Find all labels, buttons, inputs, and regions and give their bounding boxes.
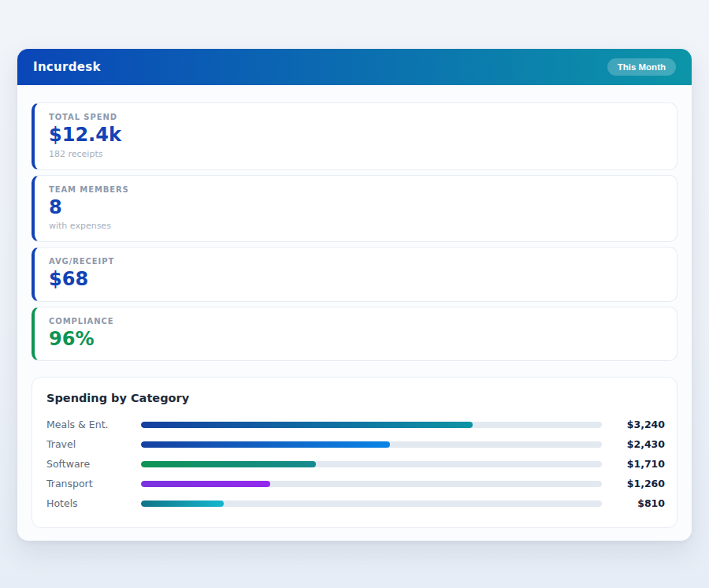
category-label: Meals & Ent. [46, 419, 132, 430]
chart-row: Transport $1,260 [46, 474, 665, 493]
app-title: Incurdesk [33, 60, 101, 74]
bar-fill [141, 481, 270, 487]
stat-card: TOTAL SPEND $12.4k 182 receipts [32, 102, 677, 170]
category-value: $1,260 [611, 478, 665, 489]
stat-card: TEAM MEMBERS 8 with expenses [32, 175, 677, 243]
dashboard-panel: Incurdesk This Month TOTAL SPEND $12.4k … [17, 49, 692, 541]
chart-row: Meals & Ent. $3,240 [46, 415, 665, 434]
panel-content: TOTAL SPEND $12.4k 182 receipts TEAM MEM… [17, 85, 692, 528]
category-label: Travel [46, 438, 132, 450]
stat-label: AVG/RECEIPT [49, 257, 663, 266]
bar-track [141, 422, 602, 428]
category-label: Hotels [46, 497, 132, 509]
bar-track [141, 501, 602, 507]
category-value: $3,240 [611, 419, 665, 430]
bar-track [141, 481, 602, 487]
spending-chart-card: Spending by Category Meals & Ent. $3,240… [32, 377, 677, 528]
bar-track [141, 461, 602, 467]
stat-value: 96% [49, 329, 663, 351]
stat-value: $68 [49, 269, 663, 291]
bar-fill [141, 422, 473, 428]
chart-row: Hotels $810 [46, 493, 665, 513]
bar-track [141, 441, 602, 448]
header-bar: Incurdesk This Month [17, 49, 692, 85]
category-value: $2,430 [611, 438, 665, 450]
stat-value: 8 [49, 197, 663, 219]
category-value: $1,710 [611, 458, 665, 470]
stat-label: TEAM MEMBERS [49, 185, 663, 194]
bar-fill [141, 441, 390, 448]
stat-card: AVG/RECEIPT $68 [32, 247, 677, 302]
category-value: $810 [611, 497, 665, 509]
category-label: Transport [46, 478, 132, 489]
stat-subtext: with expenses [49, 221, 663, 231]
chart-title: Spending by Category [46, 392, 665, 404]
stat-value: $12.4k [49, 125, 663, 147]
stat-subtext: 182 receipts [49, 149, 663, 159]
stat-card: COMPLIANCE 96% [32, 307, 677, 362]
stat-label: TOTAL SPEND [49, 113, 663, 121]
category-label: Software [46, 458, 132, 470]
chart-row: Software $1,710 [46, 454, 665, 474]
stat-label: COMPLIANCE [49, 317, 663, 326]
period-badge[interactable]: This Month [607, 58, 676, 76]
chart-row: Travel $2,430 [46, 434, 665, 454]
bar-fill [141, 501, 224, 507]
bar-fill [141, 461, 316, 467]
